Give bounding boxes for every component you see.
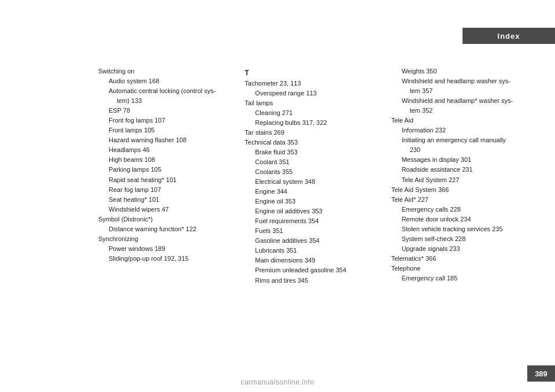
index-entry: Windshield wipers 47 <box>109 205 233 215</box>
index-entry: System self-check 228 <box>402 234 526 244</box>
index-entry: Engine oil 353 <box>255 197 379 206</box>
content-area: Switching onAudio system 168Automatic ce… <box>98 66 538 357</box>
index-entry: tem) 133 <box>117 96 233 106</box>
index-entry: Engine oil additives 353 <box>255 206 379 216</box>
index-entry: Distance warning function* 122 <box>109 224 233 234</box>
index-entry: Fuels 351 <box>255 226 379 236</box>
index-entry: Synchronizing <box>98 234 233 244</box>
index-entry: Cleaning 271 <box>255 108 379 118</box>
index-entry: Headlamps 46 <box>109 145 233 155</box>
index-entry: Symbol (Distronic*) <box>98 215 233 224</box>
index-entry: Telematics* 366 <box>391 254 526 264</box>
index-entry: Tachometer 23, 113 <box>245 79 379 88</box>
index-entry: Electrical system 348 <box>255 177 379 187</box>
index-entry: ESP 78 <box>109 106 233 116</box>
index-entry: Emergency calls 228 <box>402 205 526 215</box>
index-entry: Rapid seat heating* 101 <box>109 175 233 185</box>
index-entry: Emergency call 185 <box>402 273 526 283</box>
index-entry: Brake fluid 353 <box>255 147 379 157</box>
index-entry: Coolants 355 <box>255 167 379 177</box>
header-bar: Index <box>462 28 555 44</box>
index-entry: Premium unleaded gasoline 354 <box>255 265 379 275</box>
index-entry: Power windows 189 <box>109 244 233 254</box>
index-entry: Roadside assistance 231 <box>402 165 526 175</box>
index-entry: Rear fog lamp 107 <box>109 185 233 195</box>
index-entry: Engine 344 <box>255 187 379 197</box>
index-entry: Front lamps 105 <box>109 125 233 135</box>
index-entry: 230 <box>410 145 526 155</box>
index-entry: Tele Aid System 227 <box>402 175 526 185</box>
watermark: carmanualsonline.info <box>240 378 314 386</box>
index-entry: Tail lamps <box>245 98 379 108</box>
index-entry: Fuel requirements 354 <box>255 216 379 226</box>
index-entry: Weights 350 <box>402 66 526 76</box>
index-entry: Automatic central locking (control sys- <box>109 86 233 96</box>
column-1: Switching onAudio system 168Automatic ce… <box>98 66 245 357</box>
index-entry: Replacing bulbs 317, 322 <box>255 118 379 128</box>
index-entry: Lubricants 351 <box>255 246 379 256</box>
index-entry: Seat heating* 101 <box>109 195 233 205</box>
index-entry: Switching on <box>98 66 233 76</box>
column-3: Weights 350Windshield and headlamp washe… <box>391 66 538 357</box>
index-entry: Main dimensions 349 <box>255 256 379 265</box>
index-entry: Rims and tires 345 <box>255 276 379 286</box>
index-entry: Coolant 351 <box>255 157 379 167</box>
index-entry: tem 352 <box>410 106 526 116</box>
index-entry: T <box>245 68 379 79</box>
index-entry: Upgrade signals 233 <box>402 244 526 254</box>
index-entry: Information 232 <box>402 125 526 135</box>
index-entry: Technical data 353 <box>245 138 379 147</box>
index-entry: Sliding/pop-up roof 192, 315 <box>109 254 233 264</box>
index-entry: Tele Aid <box>391 116 526 125</box>
index-entry: Front fog lamps 107 <box>109 116 233 125</box>
index-entry: High beams 108 <box>109 155 233 165</box>
page-container: Index Switching onAudio system 168Automa… <box>0 0 555 392</box>
index-entry: Overspeed range 113 <box>255 88 379 98</box>
index-entry: Audio system 168 <box>109 76 233 86</box>
header-title: Index <box>498 32 520 40</box>
column-2: TTachometer 23, 113Overspeed range 113Ta… <box>245 66 391 357</box>
page-number: 389 <box>535 369 547 378</box>
index-entry: Gasoline additives 354 <box>255 236 379 246</box>
index-entry: Remote door unlock 234 <box>402 215 526 224</box>
index-entry: Messages in display 301 <box>402 155 526 165</box>
index-entry: Initiating an emergency call manually <box>402 135 526 145</box>
index-entry: Telephone <box>391 264 526 273</box>
index-entry: Tele Aid* 227 <box>391 195 526 205</box>
index-entry: tem 357 <box>410 86 526 96</box>
index-entry: Stolen vehicle tracking services 235 <box>402 224 526 234</box>
index-entry: Tele Aid System 366 <box>391 185 526 195</box>
index-entry: Windshield and headlamp washer sys- <box>402 76 526 86</box>
index-entry: Parking lamps 105 <box>109 165 233 175</box>
index-entry: Tar stains 269 <box>245 128 379 138</box>
index-entry: Windshield and headlamp* washer sys- <box>402 96 526 106</box>
page-number-badge: 389 <box>527 365 555 382</box>
index-entry: Hazard warning flasher 108 <box>109 135 233 145</box>
